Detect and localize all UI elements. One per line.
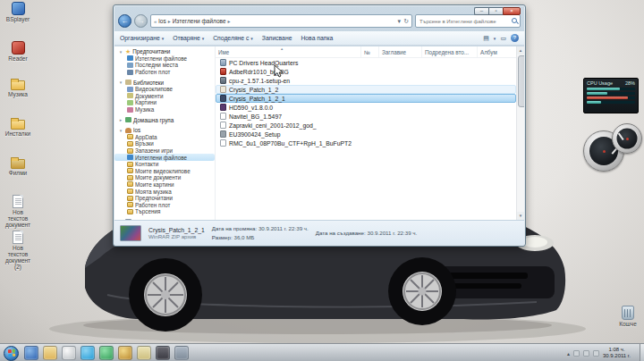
file-row[interactable]: HD590_v1.8.0.0 [216,103,516,112]
scroll-up-icon[interactable]: ▲ [517,46,524,55]
chevron-down-icon: ▾ [162,36,165,41]
column-album[interactable]: Албум [478,46,515,57]
address-breadcrumb[interactable]: « los ▸ Изтеглени файлове ▸ ▾ ↻ [150,14,412,28]
file-row[interactable]: AdbeRdr1010_bg_BG [216,67,516,76]
sidebar-item-pictures-library[interactable]: Картини [114,99,215,106]
desktop-icon-text-doc-2[interactable]: Нов текстов документ (2) [2,231,34,271]
sidebar-item-my-pictures[interactable]: Моите картини [114,181,215,189]
sidebar-item-desktop-folder[interactable]: Работен плот [114,201,215,208]
search-box[interactable] [415,14,521,28]
recycle-bin[interactable]: Кошче [612,306,644,327]
column-title[interactable]: Заглавие [379,46,422,57]
breadcrumb-segment-user[interactable]: los [158,18,165,24]
desktop-icon-reader[interactable]: Reader [2,41,34,62]
sidebar-group-libraries[interactable]: ▾Библиотеки [114,79,215,86]
column-name[interactable]: Име▴ [216,46,361,57]
address-dropdown-icon[interactable]: ▾ [398,18,402,25]
file-row[interactable]: PC Drivers HeadQuarters [216,58,516,67]
forward-button[interactable]: → [134,14,148,28]
search-input[interactable] [418,18,512,25]
scroll-down-icon[interactable]: ▼ [517,212,524,220]
file-row[interactable]: Zapravki_ceni_2001-2012_god_ [216,121,516,130]
desktop-icon-text-doc[interactable]: Нов текстов документ [2,195,34,228]
sidebar-item-documents-library[interactable]: Документи [114,93,215,100]
ram-meter-dial-gadget[interactable] [612,123,642,154]
file-row[interactable]: cpu-z_1.57.1-setup-en [216,76,516,85]
collapsed-triangle-icon[interactable]: ▸ [118,117,123,122]
refresh-icon[interactable]: ↻ [403,18,409,25]
expanded-triangle-icon[interactable]: ▾ [118,128,123,133]
back-button[interactable]: ← [118,14,131,28]
taskbar-browser-icon[interactable] [24,346,38,360]
open-menu[interactable]: Отваряне ▾ [173,35,204,41]
sidebar-item-favorites-folder[interactable]: Предпочитани [114,195,215,202]
expanded-triangle-icon[interactable]: ▾ [118,80,123,85]
sidebar-item-desktop[interactable]: Работен плот [114,69,215,76]
hidden-icons-button[interactable]: ▴ [567,350,570,357]
desktop-icon-music-folder[interactable]: Музика [2,80,34,97]
desktop-icon-bsplayer[interactable]: BSplayer [2,2,34,22]
sidebar-item-downloads[interactable]: Изтеглени файлове [114,55,215,63]
sidebar-item-videos-library[interactable]: Видеоклипове [114,86,215,93]
breadcrumb-segment-downloads[interactable]: Изтеглени файлове [173,18,226,24]
sidebar-item-music-library[interactable]: Музика [114,106,215,113]
file-rows: PC Drivers HeadQuarters AdbeRdr1010_bg_B… [216,58,516,147]
change-view-button[interactable]: ▤ [483,35,489,42]
sidebar-group-homegroup[interactable]: ▸Домашна група [114,116,215,123]
organize-menu[interactable]: Организиране ▾ [120,35,164,41]
sidebar-item-my-documents[interactable]: Моите документи [114,174,215,181]
sidebar-item-downloads-folder[interactable]: Изтеглени файлове [114,154,215,161]
file-row-selected[interactable]: Crysis_Patch_1_2_1 [216,94,516,103]
file-row[interactable]: EU3900424_Setup [216,130,516,139]
expanded-triangle-icon[interactable]: ▾ [118,49,123,55]
navigation-bar: ← → « los ▸ Изтеглени файлове ▸ ▾ ↻ [118,13,521,29]
taskbar-media-player-icon[interactable] [62,346,76,360]
sidebar-item-recent-places[interactable]: Последни места [114,62,215,69]
sidebar-item-my-music[interactable]: Моята музика [114,188,215,195]
taskbar-clock[interactable]: 1:08 ч. 30.9.2011 г. [603,347,631,360]
start-button[interactable] [4,346,19,361]
taskbar-skype-icon[interactable] [80,346,95,360]
vertical-scrollbar[interactable]: ▲ ▼ [516,46,524,220]
column-number[interactable]: № [361,46,379,57]
taskbar-game-icon[interactable] [118,346,132,360]
sidebar-item-saved-games[interactable]: Запазени игри [114,147,215,155]
taskbar-explorer-icon[interactable] [43,346,57,360]
taskbar-app-icon[interactable] [174,346,189,360]
action-center-icon[interactable] [573,350,580,357]
taskbar-utorrent-icon[interactable] [99,346,114,360]
column-sorted-by[interactable]: Подредена вто... [422,46,478,57]
taskbar-folder-icon[interactable] [137,346,151,360]
sidebar-item-links[interactable]: Връзки [114,140,215,147]
close-button[interactable]: × [503,7,521,15]
file-row[interactable]: Navitel_BG_1.5497 [216,112,516,121]
minimize-button[interactable]: – [474,7,488,15]
chevron-down-icon[interactable]: ▾ [494,36,496,41]
maximize-button[interactable]: ▫ [488,7,503,15]
file-row-hovered[interactable]: Crysis_Patch_1_2 [216,85,516,94]
file-row[interactable]: RMC_6u1_08P70Bu_CTF+RpH_1_BuFuPT2 [216,139,516,147]
help-button[interactable]: ? [511,34,519,42]
cpu-usage-gadget[interactable]: CPU Usage 28% [583,78,639,113]
network-icon[interactable] [593,350,599,357]
cpu-core-bar [587,88,635,90]
preview-pane-button[interactable]: ▭ [500,35,506,42]
taskbar-photoshop-icon[interactable] [156,346,170,360]
breadcrumb-overflow-chevron[interactable]: « [154,19,157,24]
sidebar-item-appdata[interactable]: AppData [114,134,215,141]
sidebar-item-searches[interactable]: Търсения [114,208,215,215]
desktop-icon-installs-folder[interactable]: Инсталки [2,120,34,137]
sidebar-group-user[interactable]: ▾los [114,127,215,134]
sidebar-item-my-videos[interactable]: Моите видеоклипове [114,168,215,175]
desktop-icon-movies-folder[interactable]: Филми [2,159,34,176]
sidebar-group-favorites[interactable]: ▾★Предпочитани [114,48,215,55]
volume-icon[interactable] [583,350,589,357]
sidebar-item-contacts[interactable]: Контакти [114,161,215,168]
share-menu[interactable]: Споделяне с ▾ [213,35,253,41]
details-modified-size: Дата на промяна: 30.9.2011 г. 22:39 ч. Р… [212,224,309,241]
show-desktop-button[interactable] [640,344,644,361]
new-folder-button[interactable]: Нова папка [301,35,333,41]
desktop-icon [127,70,133,75]
burn-button[interactable]: Записване [262,35,292,41]
scrollbar-thumb[interactable] [518,55,524,107]
